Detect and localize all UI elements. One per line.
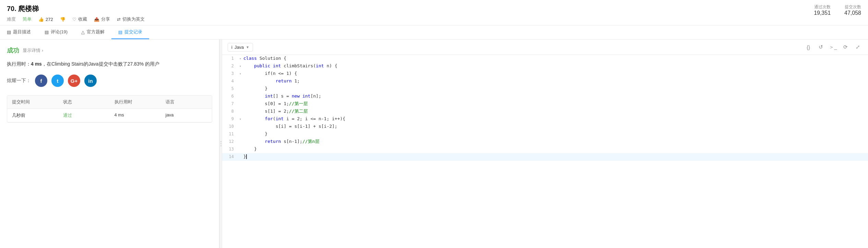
- line-number: 2: [222, 63, 239, 69]
- facebook-share-button[interactable]: f: [35, 75, 47, 87]
- line-code: return 1;: [243, 78, 868, 85]
- tab-solutions[interactable]: △ 官方题解: [74, 25, 111, 39]
- th-lang: 语言: [161, 95, 212, 109]
- switch-language-button[interactable]: ⇄ 切换为英文: [117, 16, 145, 22]
- table-row: 几秒前 通过 4 ms java: [7, 109, 212, 122]
- thumbs-up-icon: 👍: [38, 17, 44, 22]
- code-line-1: 1▾class Solution {: [222, 55, 868, 63]
- code-line-13: 13 }: [222, 146, 868, 153]
- detail-link[interactable]: 显示详情 ›: [23, 47, 43, 54]
- line-arrow: [239, 108, 243, 109]
- tab-bar: ▤ 题目描述 ▤ 评论(19) △ 官方题解 ▤ 提交记录: [0, 25, 868, 40]
- editor-toolbar: i Java ▼ {} ↺ ＞_ ⟳ ⤢: [222, 40, 868, 55]
- tab-description[interactable]: ▤ 题目描述: [0, 25, 38, 39]
- code-line-11: 11 }: [222, 131, 868, 138]
- app-container: 70. 爬楼梯 难度 简单 👍 272 👎 ♡ 收藏 📤 分享 ⇄: [0, 0, 868, 248]
- pass-count-stat: 通过次数 19,351: [814, 4, 831, 16]
- right-panel: i Java ▼ {} ↺ ＞_ ⟳ ⤢ 1▾class Solution {2…: [222, 40, 868, 248]
- line-code: }: [243, 85, 868, 92]
- header-stats: 通过次数 19,351 提交次数 47,058: [814, 4, 861, 16]
- solutions-tab-icon: △: [81, 30, 85, 35]
- share-button[interactable]: 📤 分享: [94, 16, 110, 22]
- like-button[interactable]: 👍 272: [38, 17, 53, 22]
- submissions-tab-icon: ▤: [118, 30, 122, 35]
- line-number: 13: [222, 146, 239, 153]
- refresh-icon[interactable]: ⟳: [841, 42, 850, 52]
- line-number: 9: [222, 115, 239, 122]
- code-line-4: 4 return 1;: [222, 78, 868, 85]
- line-code: class Solution {: [243, 55, 868, 62]
- format-icon[interactable]: {}: [804, 42, 813, 52]
- divider-dot: [220, 143, 221, 144]
- problem-meta: 难度 简单 👍 272 👎 ♡ 收藏 📤 分享 ⇄ 切换为英文: [7, 16, 861, 22]
- line-arrow: [239, 123, 243, 124]
- expand-icon[interactable]: ⤢: [853, 42, 863, 52]
- line-code: }: [243, 146, 868, 153]
- thumbs-down-icon: 👎: [60, 17, 65, 22]
- comments-tab-icon: ▤: [45, 30, 49, 35]
- dislike-button[interactable]: 👎: [60, 17, 65, 22]
- chevron-down-icon: ▼: [246, 45, 249, 49]
- line-code: if(n <= 1) {: [243, 70, 868, 77]
- code-line-10: 10 s[i] = s[i-1] + s[i-2];: [222, 123, 868, 131]
- linkedin-share-button[interactable]: in: [84, 75, 97, 87]
- td-status[interactable]: 通过: [58, 109, 109, 122]
- line-code: }: [243, 131, 868, 138]
- header: 70. 爬楼梯 难度 简单 👍 272 👎 ♡ 收藏 📤 分享 ⇄: [0, 0, 868, 25]
- line-number: 4: [222, 78, 239, 84]
- code-line-6: 6 int[] s = new int[n];: [222, 93, 868, 100]
- line-number: 10: [222, 123, 239, 130]
- main-content: 成功 显示详情 › 执行用时：4 ms，在Climbing Stairs的Jav…: [0, 40, 868, 248]
- description-tab-icon: ▤: [7, 30, 11, 35]
- line-number: 7: [222, 100, 239, 107]
- line-arrow: ▾: [239, 70, 243, 77]
- line-code: }: [243, 153, 868, 160]
- divider-dot: [220, 145, 221, 146]
- code-editor[interactable]: 1▾class Solution {2▾ public int climbSta…: [222, 55, 868, 248]
- share-row: 炫耀一下： f t G+ in: [7, 75, 212, 87]
- td-exec: 4 ms: [110, 109, 161, 122]
- submit-count-label: 提交次数: [844, 4, 861, 10]
- difficulty-easy: 简单: [23, 16, 32, 22]
- td-time: 几秒前: [7, 109, 58, 122]
- line-number: 8: [222, 108, 239, 115]
- share-label: 炫耀一下：: [7, 78, 31, 84]
- heart-icon: ♡: [72, 17, 76, 22]
- terminal-icon[interactable]: ＞_: [828, 42, 838, 52]
- submit-count-value: 47,058: [844, 10, 861, 16]
- tab-comments[interactable]: ▤ 评论(19): [38, 25, 74, 39]
- submit-count-stat: 提交次数 47,058: [844, 4, 861, 16]
- line-arrow: [239, 131, 243, 132]
- line-code: int[] s = new int[n];: [243, 93, 868, 100]
- line-arrow: [239, 100, 243, 101]
- code-line-3: 3▾ if(n <= 1) {: [222, 70, 868, 78]
- code-line-14: 14}: [222, 153, 868, 161]
- line-code: s[1] = 2;//第二层: [243, 108, 868, 115]
- success-status: 成功: [7, 46, 19, 55]
- td-lang: java: [161, 109, 212, 122]
- execution-info: 执行用时：4 ms，在Climbing Stairs的Java提交中击败了27.…: [7, 60, 212, 68]
- code-line-5: 5 }: [222, 85, 868, 93]
- reset-icon[interactable]: ↺: [816, 42, 825, 52]
- code-line-7: 7 s[0] = 1;//第一层: [222, 100, 868, 108]
- execution-time: 4 ms: [31, 61, 42, 67]
- line-number: 14: [222, 153, 239, 160]
- tab-submissions[interactable]: ▤ 提交记录: [111, 25, 149, 39]
- chevron-right-icon: ›: [42, 48, 43, 53]
- share-icon: 📤: [94, 17, 99, 22]
- th-time: 提交时间: [7, 95, 58, 109]
- table-header: 提交时间 状态 执行用时 语言: [7, 95, 212, 109]
- line-arrow: ▾: [239, 115, 243, 122]
- line-arrow: ▾: [239, 55, 243, 61]
- line-arrow: [239, 78, 243, 79]
- google-plus-share-button[interactable]: G+: [68, 75, 80, 87]
- line-number: 5: [222, 85, 239, 92]
- code-line-2: 2▾ public int climbStairs(int n) {: [222, 63, 868, 70]
- collect-button[interactable]: ♡ 收藏: [72, 16, 87, 22]
- twitter-share-button[interactable]: t: [51, 75, 64, 87]
- line-code: public int climbStairs(int n) {: [243, 63, 868, 70]
- language-selector[interactable]: i Java ▼: [228, 43, 253, 52]
- line-arrow: [239, 153, 243, 154]
- panel-divider[interactable]: [219, 40, 222, 248]
- line-number: 3: [222, 70, 239, 77]
